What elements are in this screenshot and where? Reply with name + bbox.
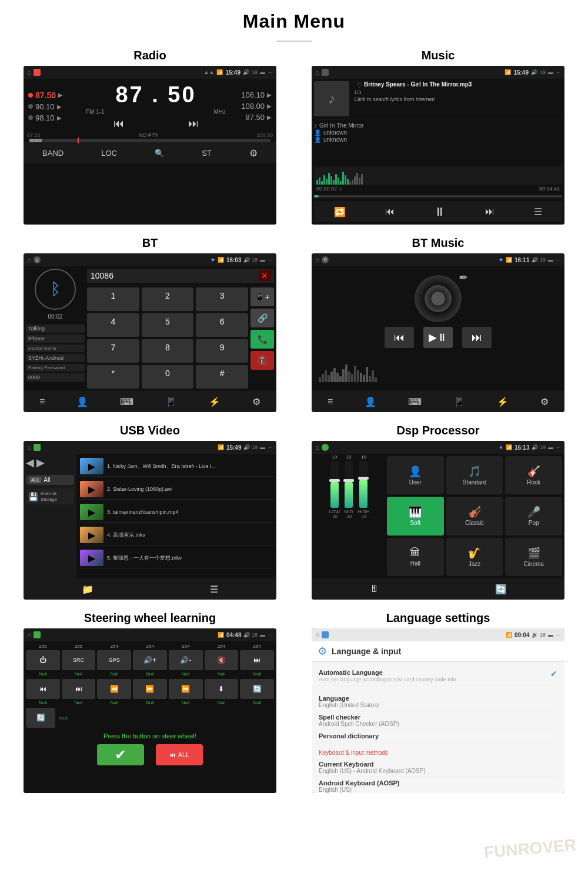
btmusic-settings-btn[interactable]: ⚙ — [540, 396, 549, 407]
sw-btn-ff2[interactable]: ⏩ — [169, 679, 203, 699]
bt-bt2-btn[interactable]: ⚡ — [209, 396, 220, 407]
radio-next-btn[interactable]: ⏭ — [188, 118, 199, 130]
music-pause-btn[interactable]: ⏸ — [434, 205, 446, 219]
btmusic-phone-btn[interactable]: 📱 — [453, 396, 465, 407]
music-prev-btn[interactable]: ⏮ — [385, 206, 395, 217]
dsp-bar-track-mid[interactable] — [345, 461, 353, 508]
lang-item-android-kb[interactable]: Android Keyboard (AOSP) English (US) — [319, 777, 557, 793]
bt-key-7[interactable]: 7 — [87, 339, 139, 363]
dsp-preset-standard[interactable]: 🎵 Standard — [446, 456, 503, 494]
dsp-fx-btn[interactable]: 🔄 — [495, 584, 507, 595]
st-btn[interactable]: ST — [197, 148, 216, 159]
bt-key-0[interactable]: 0 — [142, 365, 194, 389]
lang-item-language[interactable]: Language English (United States) — [319, 692, 557, 711]
bt-key-8[interactable]: 8 — [142, 339, 194, 363]
bt-key-star[interactable]: * — [87, 365, 139, 389]
bt-key-5[interactable]: 5 — [142, 313, 194, 337]
sw-btn-volup[interactable]: 🔊+ — [133, 650, 167, 670]
search-btn[interactable]: 🔍 — [150, 148, 169, 159]
sw-btn-prev[interactable]: ⏪ — [97, 679, 131, 699]
dsp-preset-cinema[interactable]: 🎬 Cinema — [505, 538, 562, 576]
bt-menu-btn[interactable]: ≡ — [39, 396, 45, 407]
dsp-preset-pop[interactable]: 🎤 Pop — [505, 497, 562, 535]
sw-btn-power[interactable]: ⏻ — [26, 650, 60, 670]
bt-keyboard-btn[interactable]: ⌨ — [120, 396, 133, 407]
usbvid-slider-icon[interactable]: ◀ — [26, 456, 34, 469]
music-controls: 🔁 ⏮ ⏸ ⏭ ☰ — [314, 201, 562, 222]
bt-key-6[interactable]: 6 — [196, 313, 248, 337]
btmusic-kb-btn[interactable]: ⌨ — [408, 396, 422, 407]
sw-btn-voldown[interactable]: 🔊- — [169, 650, 203, 670]
dsp-bar-fill-high — [359, 480, 368, 508]
sw-btn-ff[interactable]: ⏭ — [62, 679, 96, 699]
lang-item-dict[interactable]: Personal dictionary — [319, 730, 557, 742]
bt-contacts-btn[interactable]: 👤 — [76, 396, 88, 407]
btmusic-next-btn[interactable]: ⏭ — [462, 327, 492, 348]
sw-btn-gps[interactable]: GPS — [97, 650, 131, 670]
bt-key-1[interactable]: 1 — [87, 287, 139, 311]
music-next-btn[interactable]: ⏭ — [485, 206, 495, 217]
dsp-preset-rock[interactable]: 🎸 Rock — [505, 456, 562, 494]
usbvid-slider-icon-r[interactable]: ▶ — [36, 456, 45, 469]
bt-add-contact-btn[interactable]: 📱+ — [250, 287, 274, 306]
vid-item-4[interactable]: ▶ 5. 黎瑞恩 - 一人有一个梦想.mkv — [79, 548, 274, 568]
music-repeat-btn[interactable]: 🔁 — [334, 206, 346, 218]
usbvid-all-btn[interactable]: ALL All — [26, 475, 74, 485]
lang-item-auto[interactable]: ✔ Automatic Language Auto set language a… — [319, 667, 557, 685]
btmusic-play-btn[interactable]: ▶⏸ — [423, 327, 453, 348]
bt-status-bar: ⌂ 0 ★ 📶 16:03 🔊 18 ▬ ← — [24, 253, 276, 266]
usbvid-storage[interactable]: 💾 Internal Storage — [26, 488, 74, 504]
band-btn[interactable]: BAND — [38, 148, 68, 159]
usbvid-folder-btn[interactable]: 📁 — [82, 584, 93, 595]
sw-btn-mute[interactable]: 🔇 — [205, 650, 239, 670]
bt-call-btn[interactable]: 📞 — [250, 330, 274, 349]
sw-btn-skip[interactable]: ⏭ — [240, 650, 274, 670]
vid-item-0[interactable]: ▶ 1. Nicky Jam、Will Smith、Era Istrefi - … — [79, 456, 274, 477]
vid-item-1[interactable]: ▶ 2. Sistar-Loving (1080p).avi — [79, 479, 274, 500]
sw-all-btn[interactable]: ⏮ ALL — [156, 744, 203, 765]
dsp-knob-high[interactable] — [358, 477, 369, 480]
bt-link-btn[interactable]: 🔗 — [250, 309, 274, 327]
loc-btn[interactable]: LOC — [96, 148, 122, 159]
bt-key-4[interactable]: 4 — [87, 313, 139, 337]
dsp-preset-hall[interactable]: 🏛 Hall — [387, 538, 444, 576]
dsp-knob-mid[interactable] — [343, 479, 354, 482]
radio-prev-btn[interactable]: ⏮ — [113, 118, 124, 130]
dsp-eq-btn[interactable]: 🎚 — [370, 584, 379, 594]
bt-phone-btn[interactable]: 📱 — [165, 396, 177, 407]
bt-settings-btn[interactable]: ⚙ — [252, 396, 260, 407]
sw-btn-next[interactable]: ⏩ — [133, 679, 167, 699]
dsp-bar-track-high[interactable] — [359, 461, 368, 508]
vid-item-2[interactable]: ▶ 3. taimaxinanzhuanshipin.mp4 — [79, 502, 274, 523]
sw-btn-r3[interactable]: 🔄 — [26, 708, 55, 728]
btmusic-list-btn[interactable]: ≡ — [328, 396, 333, 407]
lang-item-spell[interactable]: Spell checker Android Spell Checker (AOS… — [319, 711, 557, 730]
bt-key-3[interactable]: 3 — [196, 287, 248, 311]
sw-btn-refresh[interactable]: 🔄 — [240, 679, 274, 699]
dsp-preset-soft[interactable]: 🎹 Soft — [387, 497, 444, 535]
bt-key-2[interactable]: 2 — [142, 287, 194, 311]
bt-hangup-btn[interactable]: 📵 — [250, 351, 274, 370]
music-click-search[interactable]: Click to search lyrics from internet! — [354, 96, 562, 102]
btmusic-contacts-btn[interactable]: 👤 — [365, 396, 376, 407]
lang-item-cur-kb[interactable]: Current Keyboard English (US) - Android … — [319, 758, 557, 777]
sw-btn-src[interactable]: SRC — [62, 650, 96, 670]
usbvid-playlist-btn[interactable]: ☰ — [210, 584, 218, 595]
btmusic-prev-btn[interactable]: ⏮ — [385, 327, 414, 348]
sw-btn-rew[interactable]: ⏮ — [26, 679, 60, 699]
vid-item-3[interactable]: ▶ 4. 高清演示.mkv — [79, 525, 274, 546]
sw-btn-down[interactable]: ⬇ — [205, 679, 239, 699]
btmusic-bt-btn[interactable]: ⚡ — [497, 396, 509, 407]
radio-rplay-1: ▶ — [267, 103, 272, 109]
dsp-preset-jazz[interactable]: 🎷 Jazz — [446, 538, 503, 576]
bt-key-9[interactable]: 9 — [196, 339, 248, 363]
settings-btn[interactable]: ⚙ — [245, 146, 262, 160]
sw-confirm-btn[interactable]: ✔ — [97, 744, 144, 765]
dsp-preset-classic[interactable]: 🎻 Classic — [446, 497, 503, 535]
bt-clear-btn[interactable]: ✕ — [259, 270, 270, 281]
dsp-preset-user[interactable]: 👤 User — [387, 456, 444, 494]
music-list-btn[interactable]: ☰ — [534, 206, 542, 218]
bt-key-hash[interactable]: # — [196, 365, 248, 389]
dsp-knob-low[interactable] — [329, 479, 340, 482]
dsp-bar-track-low[interactable] — [330, 461, 339, 508]
